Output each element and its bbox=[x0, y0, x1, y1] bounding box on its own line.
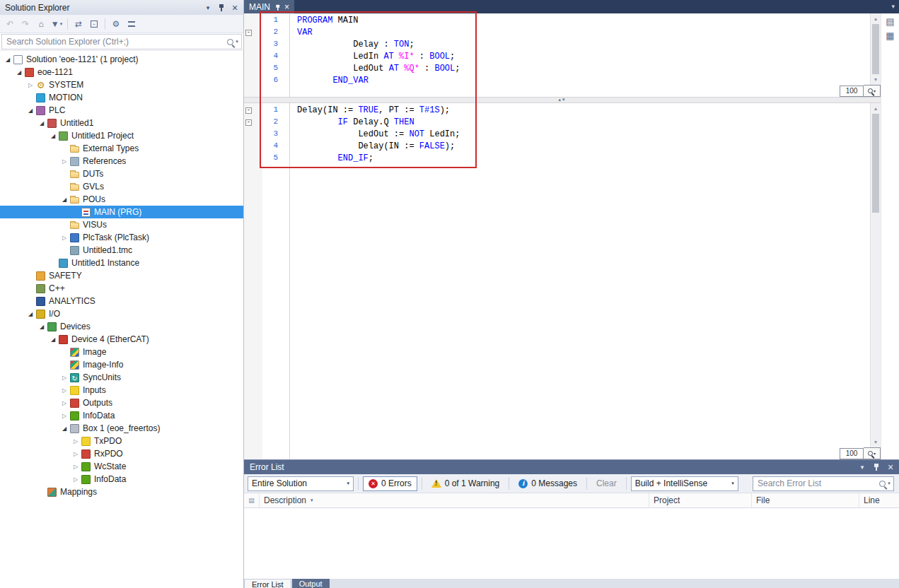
tree-item[interactable]: Image-Info bbox=[0, 358, 243, 371]
tree-item[interactable]: SAFETY bbox=[0, 269, 243, 282]
tree-item[interactable]: ◢Box 1 (eoe_freertos) bbox=[0, 422, 243, 435]
search-error-list-input[interactable] bbox=[753, 478, 876, 488]
tree-item[interactable]: MAIN (PRG) bbox=[0, 206, 243, 218]
expand-arrow-icon[interactable]: ▷ bbox=[59, 413, 69, 419]
expand-arrow-icon[interactable]: ▷ bbox=[59, 387, 69, 394]
splitter-grip-icon[interactable]: ▴▾ bbox=[558, 97, 566, 102]
expand-arrow-icon[interactable]: ▷ bbox=[59, 400, 69, 406]
expand-arrow-icon[interactable]: ▷ bbox=[59, 235, 69, 241]
tree-item[interactable]: ANALYTICS bbox=[0, 295, 243, 307]
zoom-magnifier-icon[interactable]: ▾ bbox=[864, 447, 881, 459]
warnings-filter-button[interactable]: 0 of 1 Warning bbox=[427, 476, 505, 491]
collapse-arrow-icon[interactable]: ◢ bbox=[37, 120, 47, 127]
collapse-arrow-icon[interactable]: ◢ bbox=[59, 425, 69, 432]
tree-item[interactable]: ◢Device 4 (EtherCAT) bbox=[0, 333, 243, 346]
zoom-level[interactable]: 100 bbox=[840, 86, 864, 97]
tree-item[interactable]: ▷Inputs bbox=[0, 384, 243, 396]
code-line[interactable]: LedIn AT %I* : BOOL; bbox=[297, 52, 869, 64]
tree-item[interactable]: External Types bbox=[0, 142, 243, 155]
search-icon[interactable]: ▾ bbox=[876, 481, 893, 487]
fold-toggle-icon[interactable]: - bbox=[245, 107, 252, 114]
code-line[interactable]: Delay(IN := FALSE); bbox=[297, 141, 869, 153]
scroll-up-icon[interactable]: ▴ bbox=[871, 13, 881, 24]
code-line[interactable]: PROGRAM MAIN bbox=[297, 16, 869, 28]
clear-button[interactable]: Clear bbox=[591, 476, 622, 491]
code-line[interactable]: Delay(IN := TRUE, PT := T#1S); bbox=[297, 105, 869, 117]
preview-selected-icon[interactable] bbox=[124, 17, 139, 31]
tree-item[interactable]: ◢Solution 'eoe-1121' (1 project) bbox=[0, 53, 243, 66]
filter-icon[interactable]: ▼▾ bbox=[50, 17, 64, 31]
expand-arrow-icon[interactable]: ▷ bbox=[71, 451, 81, 457]
tree-item[interactable]: ▷WcState bbox=[0, 460, 243, 473]
tab-error-list[interactable]: Error List bbox=[244, 579, 291, 588]
severity-column-header[interactable]: ▤ bbox=[244, 493, 260, 507]
tree-item[interactable]: MOTION bbox=[0, 91, 243, 104]
tree-item[interactable]: ▷InfoData bbox=[0, 473, 243, 486]
fold-toggle-icon[interactable]: - bbox=[245, 119, 252, 126]
scrollbar-thumb[interactable] bbox=[872, 114, 879, 213]
tree-item[interactable]: ◢PLC bbox=[0, 104, 243, 117]
tree-item[interactable]: ◢Devices bbox=[0, 320, 243, 333]
tree-item[interactable]: ▷TxPDO bbox=[0, 435, 243, 447]
window-position-icon[interactable]: ▾ bbox=[857, 461, 868, 473]
filter-caret-icon[interactable]: ▾ bbox=[311, 498, 313, 503]
properties-icon[interactable]: ⚙ bbox=[109, 17, 123, 31]
tree-item[interactable]: ◢POUs bbox=[0, 193, 243, 206]
tree-item[interactable]: ▷SyncUnits bbox=[0, 371, 243, 384]
pin-icon[interactable] bbox=[871, 461, 882, 473]
sync-active-document-icon[interactable]: ⇄ bbox=[71, 17, 86, 31]
project-column-header[interactable]: Project bbox=[649, 493, 752, 507]
implementation-pane[interactable]: -- 12345 Delay(IN := TRUE, PT := T#1S); … bbox=[244, 103, 881, 459]
expand-arrow-icon[interactable]: ▷ bbox=[25, 82, 35, 88]
code-line[interactable]: IF Delay.Q THEN bbox=[297, 117, 869, 129]
tab-main[interactable]: MAIN × bbox=[244, 0, 294, 13]
build-filter-dropdown[interactable]: Build + IntelliSense ▾ bbox=[631, 476, 738, 491]
description-column-header[interactable]: Description ▾ bbox=[260, 493, 649, 507]
scroll-down-icon[interactable]: ▾ bbox=[871, 437, 881, 447]
code-line[interactable]: Delay : TON; bbox=[297, 40, 869, 52]
code-line[interactable]: END_IF; bbox=[297, 153, 869, 165]
line-column-header[interactable]: Line bbox=[859, 493, 899, 507]
tab-close-icon[interactable]: × bbox=[284, 2, 289, 12]
error-list-body[interactable] bbox=[244, 508, 899, 579]
error-list-titlebar[interactable]: Error List ▾ × bbox=[244, 460, 899, 474]
window-position-icon[interactable]: ▾ bbox=[202, 2, 214, 13]
search-solution-input[interactable] bbox=[2, 37, 224, 47]
tree-item[interactable]: ▷Outputs bbox=[0, 396, 243, 409]
tree-item[interactable]: Untitled1 Instance bbox=[0, 257, 243, 269]
back-icon[interactable]: ↶ bbox=[3, 17, 17, 31]
collapse-arrow-icon[interactable]: ◢ bbox=[59, 196, 69, 203]
code-line[interactable]: LedOut := NOT LedIn; bbox=[297, 129, 869, 141]
collapse-all-icon[interactable]: - bbox=[87, 17, 101, 31]
solution-explorer-titlebar[interactable]: Solution Explorer ▾ × bbox=[0, 0, 243, 15]
collapse-arrow-icon[interactable]: ◢ bbox=[3, 57, 13, 63]
fold-toggle-icon[interactable]: - bbox=[245, 30, 252, 36]
tabular-view-icon[interactable]: ▦ bbox=[884, 30, 897, 42]
expand-arrow-icon[interactable]: ▷ bbox=[71, 464, 81, 470]
tab-output[interactable]: Output bbox=[292, 579, 330, 588]
code-line[interactable]: LedOut AT %Q* : BOOL; bbox=[297, 64, 869, 76]
pane-splitter[interactable]: ▴▾ bbox=[244, 97, 881, 103]
tree-item[interactable]: ▷References bbox=[0, 155, 243, 167]
code-line[interactable]: END_VAR bbox=[297, 76, 869, 88]
vertical-scrollbar[interactable]: ▴ ▾ bbox=[870, 13, 881, 85]
collapse-arrow-icon[interactable]: ◢ bbox=[25, 107, 35, 114]
tree-item[interactable]: DUTs bbox=[0, 167, 243, 180]
tree-item[interactable]: ◢I/O bbox=[0, 307, 243, 320]
tree-item[interactable]: VISUs bbox=[0, 218, 243, 231]
collapse-arrow-icon[interactable]: ◢ bbox=[48, 133, 58, 139]
tab-pin-icon[interactable] bbox=[275, 4, 279, 10]
scope-dropdown[interactable]: Entire Solution ▾ bbox=[248, 476, 354, 491]
tree-item[interactable]: C++ bbox=[0, 282, 243, 295]
close-icon[interactable]: × bbox=[229, 2, 240, 13]
tree-item[interactable]: Untitled1.tmc bbox=[0, 244, 243, 257]
pin-icon[interactable] bbox=[216, 2, 227, 13]
tree-item[interactable]: ▷PlcTask (PlcTask) bbox=[0, 231, 243, 244]
vertical-scrollbar[interactable]: ▴ ▾ bbox=[870, 103, 881, 447]
tree-item[interactable]: Image bbox=[0, 346, 243, 358]
tree-item[interactable]: ◢Untitled1 bbox=[0, 117, 243, 129]
tree-item[interactable]: GVLs bbox=[0, 180, 243, 193]
tree-item[interactable]: ◢Untitled1 Project bbox=[0, 129, 243, 142]
tree-item[interactable]: Mappings bbox=[0, 486, 243, 498]
collapse-arrow-icon[interactable]: ◢ bbox=[37, 324, 47, 330]
